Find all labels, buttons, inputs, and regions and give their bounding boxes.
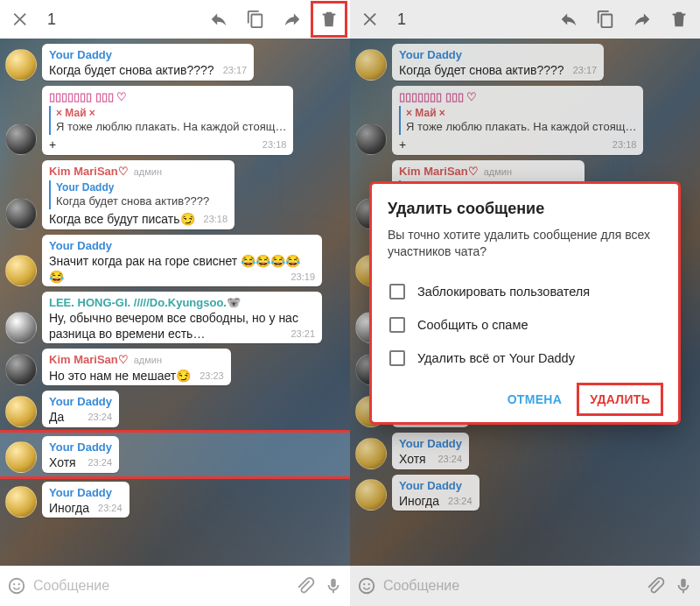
message-bubble[interactable]: ▯▯▯▯▯▯▯ ▯▯▯ ♡× Май ×Я тоже люблю плакать…	[42, 86, 293, 155]
message-bubble[interactable]: Kim MariSan♡админYour DaddyКогда будет с…	[42, 160, 234, 229]
dialog-text: Вы точно хотите удалить сообщение для вс…	[388, 227, 662, 260]
sender-name[interactable]: Your Daddy	[49, 395, 112, 409]
sender-name[interactable]: Your Daddy	[49, 486, 122, 500]
message-time: 23:19	[290, 271, 315, 284]
attach-icon[interactable]	[294, 574, 317, 597]
reply-quote[interactable]: Your DaddyКогда будет снова актив????	[49, 180, 228, 209]
message-row[interactable]: Your DaddyИногда23:24	[5, 482, 345, 518]
option-report-spam[interactable]: Сообщить о спаме	[388, 308, 662, 342]
message-time: 23:18	[204, 214, 228, 226]
message-time: 23:17	[223, 65, 248, 77]
screenshot-left: 1 Your DaddyКогда будет снова актив????2…	[0, 0, 350, 606]
forward-icon[interactable]	[275, 2, 310, 37]
copy-icon[interactable]	[238, 2, 273, 37]
reply-icon[interactable]	[201, 2, 236, 37]
emoji-icon[interactable]	[5, 574, 28, 597]
avatar[interactable]	[5, 123, 37, 155]
avatar[interactable]	[5, 255, 37, 286]
message-time: 23:23	[200, 370, 224, 383]
option-label: Заблокировать пользователя	[417, 285, 590, 299]
message-input[interactable]	[33, 578, 289, 594]
mic-icon[interactable]	[322, 574, 345, 597]
option-block-user[interactable]: Заблокировать пользователя	[388, 275, 662, 308]
avatar[interactable]	[5, 198, 37, 229]
avatar[interactable]	[5, 354, 37, 385]
message-text: Ну, обычно вечером все свободны, но у на…	[49, 311, 315, 342]
message-text: Но это нам не мешает😏23:23	[49, 369, 224, 384]
selection-toolbar: 1	[0, 0, 350, 39]
message-bubble[interactable]: Your DaddyХотя23:24	[42, 436, 119, 473]
message-time: 23:18	[262, 139, 287, 152]
admin-badge: админ	[134, 166, 162, 177]
delete-button[interactable]: УДАЛИТЬ	[578, 384, 662, 415]
quote-text: Когда будет снова актив????	[56, 194, 228, 208]
avatar[interactable]	[5, 486, 37, 518]
message-time: 23:21	[290, 328, 315, 341]
checkbox-icon[interactable]	[389, 317, 405, 333]
dialog-title: Удалить сообщение	[388, 200, 662, 218]
delete-icon[interactable]	[312, 2, 346, 37]
sender-name[interactable]: Kim MariSan♡админ	[49, 353, 224, 367]
sender-name[interactable]: LEE. HONG-GI. /////Do.Kyungsoo.🐨	[49, 296, 315, 310]
message-bubble[interactable]: LEE. HONG-GI. /////Do.Kyungsoo.🐨Ну, обыч…	[42, 292, 322, 343]
message-bubble[interactable]: Your DaddyИногда23:24	[42, 482, 130, 518]
message-bubble[interactable]: Kim MariSan♡админНо это нам не мешает😏23…	[42, 349, 231, 385]
message-text: Когда будет снова актив????23:17	[49, 63, 247, 79]
screenshot-right: 1 Your DaddyКогда будет снова актив????2…	[350, 0, 700, 606]
message-row[interactable]: ▯▯▯▯▯▯▯ ▯▯▯ ♡× Май ×Я тоже люблю плакать…	[5, 86, 345, 155]
dialog-backdrop[interactable]: Удалить сообщение Вы точно хотите удалит…	[350, 0, 700, 606]
avatar[interactable]	[5, 396, 37, 427]
message-row[interactable]: Your DaddyДа23:24	[5, 391, 345, 427]
avatar[interactable]	[5, 441, 37, 473]
sender-name[interactable]: ▯▯▯▯▯▯▯ ▯▯▯ ♡	[49, 90, 286, 104]
delete-message-dialog: Удалить сообщение Вы точно хотите удалит…	[372, 184, 678, 423]
selection-count: 1	[40, 11, 63, 29]
message-time: 23:24	[88, 457, 112, 469]
option-label: Удалить всё от Your Daddy	[417, 351, 575, 365]
quote-text: Я тоже люблю плакать. На каждой стоящ…	[56, 120, 286, 134]
chat-area[interactable]: Your DaddyКогда будет снова актив????23:…	[0, 39, 350, 566]
message-text: Да23:24	[49, 410, 112, 426]
svg-point-2	[18, 583, 20, 585]
message-bubble[interactable]: Your DaddyКогда будет снова актив????23:…	[42, 44, 254, 81]
admin-badge: админ	[134, 355, 162, 365]
message-row[interactable]: Your DaddyКогда будет снова актив????23:…	[5, 44, 345, 81]
reply-quote[interactable]: × Май ×Я тоже люблю плакать. На каждой с…	[49, 106, 286, 135]
message-row[interactable]: Kim MariSan♡админYour DaddyКогда будет с…	[5, 160, 345, 229]
message-input-bar	[0, 566, 350, 606]
message-row[interactable]: Kim MariSan♡админНо это нам не мешает😏23…	[5, 349, 345, 385]
sender-name[interactable]: Kim MariSan♡админ	[49, 165, 228, 179]
message-bubble[interactable]: Your DaddyДа23:24	[42, 391, 119, 427]
cancel-button[interactable]: ОТМЕНА	[495, 384, 574, 415]
checkbox-icon[interactable]	[389, 284, 405, 299]
message-row[interactable]: Your DaddyЗначит когда рак на горе свисн…	[5, 235, 345, 286]
message-time: 23:24	[88, 412, 112, 424]
message-time: 23:24	[98, 503, 122, 515]
message-bubble[interactable]: Your DaddyЗначит когда рак на горе свисн…	[42, 235, 322, 286]
message-text: Когда все будут писать😏23:18	[49, 212, 228, 228]
close-icon[interactable]	[4, 2, 38, 37]
option-delete-all[interactable]: Удалить всё от Your Daddy	[388, 342, 662, 375]
svg-point-0	[10, 579, 24, 594]
message-text: Значит когда рак на горе свиснет 😂😂😂😂😂23…	[49, 254, 315, 285]
message-text: +23:18	[49, 137, 286, 153]
selected-message-row[interactable]: Your DaddyХотя23:24	[0, 433, 350, 476]
svg-point-1	[13, 583, 15, 585]
sender-name[interactable]: Your Daddy	[49, 48, 247, 62]
quote-sender: × Май ×	[56, 107, 286, 120]
avatar[interactable]	[5, 312, 37, 343]
sender-name[interactable]: Your Daddy	[49, 239, 315, 253]
message-row[interactable]: LEE. HONG-GI. /////Do.Kyungsoo.🐨Ну, обыч…	[5, 292, 345, 343]
checkbox-icon[interactable]	[389, 350, 405, 366]
sender-name[interactable]: Your Daddy	[49, 440, 112, 454]
avatar[interactable]	[5, 49, 37, 81]
message-text: Хотя23:24	[49, 455, 112, 471]
message-text: Иногда23:24	[49, 501, 122, 517]
option-label: Сообщить о спаме	[417, 318, 528, 332]
quote-sender: Your Daddy	[56, 181, 228, 194]
